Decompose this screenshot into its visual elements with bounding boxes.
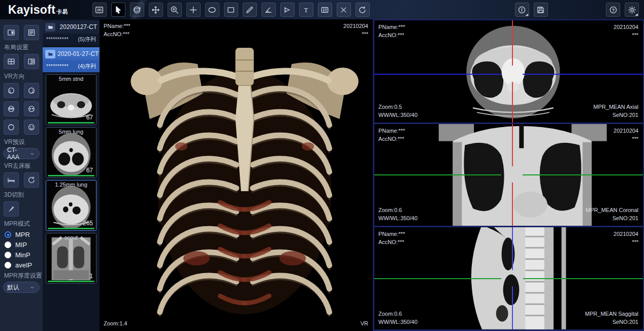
patient-name: PName:*** [104,22,131,31]
thumbnail-label: 1.25mm lung [46,182,96,188]
radio-label: MIP [15,241,27,249]
view-label: MPR_MEAN Coronal [586,206,638,215]
logo-suffix: 卡易 [56,9,68,15]
series-thumbnail-5mm-lung[interactable]: 5mm lung67 [46,127,96,178]
coronal-viewport[interactable]: PName:***AccNO:*** 20210204*** Zoom:0.6W… [374,124,643,228]
vr-direction-buttons [0,83,43,135]
study-header: 20200127-CT [43,20,100,34]
settings-icon [627,5,637,15]
sidebar-layout-stack-button[interactable] [24,25,39,40]
radio-icon [5,242,11,248]
masked-value: *** [343,31,368,39]
crosshair-vertical-bottom[interactable] [512,286,513,329]
crosshair-horizontal-right[interactable] [523,174,643,175]
series-thumbnail-1-25mm-lung[interactable]: 1.25mm lung265 [46,180,96,231]
sidebar-vr-head-back-button[interactable] [4,119,19,135]
accession-number: AccNO:*** [378,32,405,40]
crosshair-horizontal-right[interactable] [523,74,643,75]
vr-head-left-icon [7,86,16,95]
thumbnail-label: scout [46,234,96,240]
crosshair-vertical-top[interactable] [512,227,513,270]
study-title: 20200127-CT [57,23,97,31]
tool-cobb-angle-button[interactable] [280,3,295,17]
tool-rectangle-button[interactable] [224,3,238,17]
vr-preset-select[interactable]: CT-AAA [3,148,40,159]
vr-viewport[interactable]: PName:*** AccNO:*** 20210204 *** Zoom:1.… [100,19,373,331]
tool-layout-2d-button[interactable]: 2D [92,3,107,17]
thumbnail-progress-bar [48,175,94,176]
crosshair-horizontal-left[interactable] [374,74,501,75]
vr-goggles-filled-icon [27,104,36,113]
thumbnail-label: 5mm stnd [46,76,96,82]
sidebar-bed-button[interactable] [4,172,19,188]
study-item-20200127-CT[interactable]: 20200127-CT**********(5)序列 [43,20,100,45]
layout-2d-icon: 2D [94,5,104,15]
sagittal-viewport[interactable]: PName:***AccNO:*** 20210204*** Zoom:0.6W… [374,227,643,331]
layout-buttons-row1 [0,25,43,40]
tool-reset-button[interactable] [356,3,370,17]
tool-text-button[interactable]: T [299,3,313,17]
crosshair-horizontal-left[interactable] [374,174,501,175]
sidebar-vr-goggles-button[interactable] [4,101,19,116]
tool-delete-button[interactable] [337,3,351,17]
mpr-mode-option-mip[interactable]: MIP [5,241,43,249]
sidebar-reset-button[interactable] [24,172,39,188]
crosshair-vertical-top[interactable] [512,20,513,66]
tool-pan-button[interactable] [149,3,163,17]
tool-ellipse-button[interactable] [205,3,219,17]
svg-text:2D: 2D [97,8,102,12]
angle-icon [264,5,273,15]
tool-help-button[interactable]: ? [606,3,620,17]
vr-overlay-topleft: PName:*** AccNO:*** [104,22,131,39]
thumbnail-image-number: 265 [83,220,93,227]
crosshair-vertical-bottom[interactable] [512,183,513,226]
layout-stack-icon [27,28,36,37]
sidebar-vr-head-front-button[interactable] [24,119,39,135]
sidebar-split-right-button[interactable] [24,54,39,69]
view-label: MPR_MEAN Axial [593,103,638,111]
tool-pointer-button[interactable] [111,3,125,17]
window-level-icon [320,5,330,15]
tool-angle-button[interactable] [262,3,276,17]
svg-text:T: T [304,6,308,13]
folder-open-icon [45,50,55,58]
sidebar-vr-goggles-filled-button[interactable] [24,101,39,116]
mpr-mode-option-minp[interactable]: MinP [5,251,43,259]
cut3d-buttons-row [0,201,43,217]
mpr-mode-option-mpr[interactable]: MPR [5,231,43,238]
thumbnail-progress-bar [48,281,94,282]
tool-circle-one-button[interactable] [515,3,529,17]
pan-icon [151,5,160,15]
masked-value: *** [614,135,638,143]
mpr-thickness-select[interactable]: 默认 [3,282,40,293]
study-subrow: **********(5)序列 [43,34,100,45]
tool-pencil-button[interactable] [243,3,257,17]
sidebar-vr-head-left-button[interactable] [4,83,19,98]
tool-settings-button[interactable] [625,3,639,17]
layout-settings-label: 布局设置 [4,43,43,52]
tool-save-button[interactable] [534,3,548,17]
crosshair-horizontal-right[interactable] [523,278,643,279]
tool-crosshair-button[interactable] [186,3,201,17]
sidebar-layout-main-button[interactable] [4,25,19,40]
axial-viewport[interactable]: PName:***AccNO:*** 20210204*** Zoom:0.5W… [374,19,643,124]
study-item-2020-01-27-CT[interactable]: 2020-01-27-CT**********(4)序列 [43,47,100,72]
series-thumbnail-scout[interactable]: scout1 [46,233,96,284]
crosshair-horizontal-left[interactable] [374,278,501,279]
mpr-mode-option-aveip[interactable]: aveIP [5,261,43,269]
tool-zoom-in-button[interactable] [168,3,182,17]
sidebar-scalpel-button[interactable] [4,201,19,217]
tool-rotate-3d-button[interactable] [130,3,144,17]
accession-number: AccNO:*** [378,135,405,143]
bed-icon [7,175,16,185]
crosshair-vertical-top[interactable] [512,124,513,166]
toolbar-mid-group [515,3,548,17]
sidebar-grid-2x2-button[interactable] [4,54,19,69]
tool-window-level-button[interactable] [318,3,332,17]
toolbar-main-group: 2DT [92,3,370,17]
series-thumbnail-5mm-stnd[interactable]: 5mm stnd67 [46,74,96,125]
crosshair-vertical-bottom[interactable] [512,82,513,122]
sidebar-vr-head-right-button[interactable] [24,83,39,98]
patient-id-masked: ********** [46,64,69,69]
mpr-thickness-label: MPR厚度设置 [4,272,43,280]
